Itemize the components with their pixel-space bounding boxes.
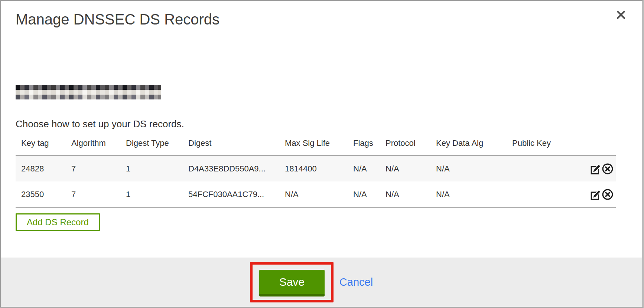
redacted-domain-name <box>16 85 161 99</box>
cell-digest: D4A33E8DD550A9... <box>183 155 279 181</box>
column-header-public-key: Public Key <box>507 134 566 155</box>
cell-key-tag: 23550 <box>16 181 66 207</box>
column-header-digest: Digest <box>183 134 279 155</box>
cell-digest: 54FCF030AA1C79... <box>183 181 279 207</box>
close-button[interactable] <box>615 9 627 22</box>
edit-record-button[interactable] <box>590 163 602 175</box>
manage-dnssec-dialog: Manage DNSSEC DS Records Choose how to s… <box>0 0 644 308</box>
cell-public-key <box>507 155 566 181</box>
edit-record-button[interactable] <box>590 189 602 200</box>
column-header-key-data-alg: Key Data Alg <box>430 134 507 155</box>
cell-flags: N/A <box>348 155 380 181</box>
delete-record-button[interactable] <box>602 189 614 200</box>
close-icon <box>616 10 626 21</box>
cell-max-sig-life: N/A <box>279 181 348 207</box>
table-row: 23550 7 1 54FCF030AA1C79... N/A N/A N/A … <box>16 181 616 207</box>
cell-key-data-alg: N/A <box>430 155 507 181</box>
cell-protocol: N/A <box>380 181 430 207</box>
page-title: Manage DNSSEC DS Records <box>16 11 219 28</box>
cell-flags: N/A <box>348 181 380 207</box>
column-header-algorithm: Algorithm <box>66 134 120 155</box>
column-header-protocol: Protocol <box>380 134 430 155</box>
cell-public-key <box>507 181 566 207</box>
cell-algorithm: 7 <box>66 155 120 181</box>
column-header-actions <box>566 134 616 155</box>
cell-digest-type: 1 <box>120 155 183 181</box>
add-ds-record-button[interactable]: Add DS Record <box>16 213 100 231</box>
edit-icon <box>590 170 602 176</box>
cell-max-sig-life: 1814400 <box>279 155 348 181</box>
save-button[interactable]: Save <box>259 270 325 296</box>
cancel-link[interactable]: Cancel <box>339 276 373 288</box>
table-header-row: Key tag Algorithm Digest Type Digest Max… <box>16 134 616 155</box>
cell-algorithm: 7 <box>66 181 120 207</box>
cell-key-data-alg: N/A <box>430 181 507 207</box>
cell-digest-type: 1 <box>120 181 183 207</box>
edit-icon <box>590 196 602 201</box>
ds-records-table: Key tag Algorithm Digest Type Digest Max… <box>16 134 616 208</box>
column-header-flags: Flags <box>348 134 380 155</box>
delete-icon <box>602 170 614 176</box>
annotation-highlight-box: Save <box>250 262 334 302</box>
cell-protocol: N/A <box>380 155 430 181</box>
column-header-max-sig-life: Max Sig Life <box>279 134 348 155</box>
column-header-digest-type: Digest Type <box>120 134 183 155</box>
instruction-text: Choose how to set up your DS records. <box>16 117 184 131</box>
cell-key-tag: 24828 <box>16 155 66 181</box>
delete-record-button[interactable] <box>602 163 614 175</box>
dialog-footer: Save Cancel <box>1 258 642 307</box>
delete-icon <box>602 196 614 201</box>
table-row: 24828 7 1 D4A33E8DD550A9... 1814400 N/A … <box>16 155 616 181</box>
column-header-key-tag: Key tag <box>16 134 66 155</box>
